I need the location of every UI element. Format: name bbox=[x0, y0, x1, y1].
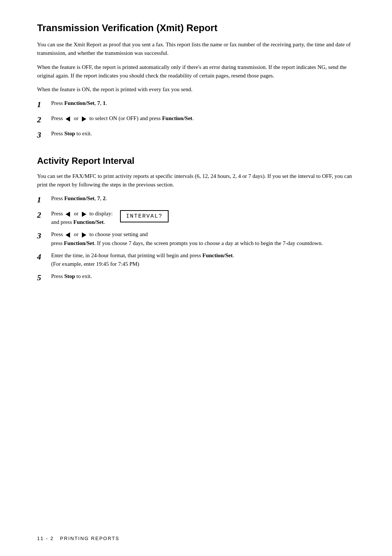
s2-step3-arrow-left-icon bbox=[65, 232, 72, 238]
arrow-right-icon bbox=[80, 116, 87, 122]
s2-step-number-1: 1 bbox=[37, 194, 51, 206]
section2-step5: 5 Press Stop to exit. bbox=[37, 272, 355, 284]
section2-step1: 1 Press Function/Set, 7, 2. bbox=[37, 194, 355, 206]
section1-step3: 3 Press Stop to exit. bbox=[37, 129, 355, 141]
s2-lcd-display: INTERVAL? bbox=[113, 210, 169, 222]
section2-steps: 1 Press Function/Set, 7, 2. 2 Press or t… bbox=[37, 194, 355, 284]
s2-step-number-3: 3 bbox=[37, 230, 51, 242]
arrow-left-icon bbox=[65, 116, 72, 122]
s2-step3-content: Press or to choose your setting and pres… bbox=[51, 230, 355, 248]
section2-title: Activity Report Interval bbox=[37, 156, 355, 166]
section1-para1: You can use the Xmit Report as proof tha… bbox=[37, 40, 355, 58]
lcd-interval: INTERVAL? bbox=[120, 210, 169, 222]
step1-function-set: Function/Set bbox=[64, 100, 94, 106]
step1-content: Press Function/Set, 7, 1. bbox=[51, 99, 355, 107]
s2-arrow-left-icon bbox=[65, 211, 72, 217]
step3-stop: Stop bbox=[64, 130, 75, 136]
s2-step2-function-set: Function/Set bbox=[73, 219, 104, 225]
section1-step2: 2 Press or to select ON (or OFF) and pre… bbox=[37, 114, 355, 126]
s2-step4-function-set: Function/Set bbox=[202, 252, 233, 258]
section1-title: Transmission Verification (Xmit) Report bbox=[37, 22, 355, 34]
s2-step-number-5: 5 bbox=[37, 272, 51, 284]
step-number-1: 1 bbox=[37, 99, 51, 110]
s2-step1-function-set: Function/Set bbox=[64, 195, 94, 201]
section2-step4: 4 Enter the time, in 24-hour format, tha… bbox=[37, 251, 355, 269]
s2-step-number-4: 4 bbox=[37, 251, 51, 263]
s2-step1-7: 7 bbox=[97, 195, 100, 201]
section2-para: You can set the FAX/MFC to print activit… bbox=[37, 172, 355, 189]
step3-content: Press Stop to exit. bbox=[51, 129, 355, 138]
section1-step1: 1 Press Function/Set, 7, 1. bbox=[37, 99, 355, 110]
section1-steps: 1 Press Function/Set, 7, 1. 2 Press or t… bbox=[37, 99, 355, 140]
step1-1: 1 bbox=[103, 100, 106, 106]
s2-step3-function-set: Function/Set bbox=[64, 240, 94, 246]
footer-chapter-title: PRINTING REPORTS bbox=[60, 536, 119, 541]
section1-para2: When the feature is OFF, the report is p… bbox=[37, 63, 355, 80]
section2-step2: 2 Press or to display: and press Functio… bbox=[37, 209, 355, 227]
s2-step5-stop: Stop bbox=[64, 273, 75, 279]
s2-step1-2: 2 bbox=[103, 195, 106, 201]
page: Transmission Verification (Xmit) Report … bbox=[0, 0, 392, 556]
s2-step3-arrow-right-icon bbox=[80, 232, 87, 238]
s2-step-number-2: 2 bbox=[37, 209, 51, 221]
page-footer: 11 - 2 PRINTING REPORTS bbox=[37, 536, 119, 541]
section1-para3: When the feature is ON, the report is pr… bbox=[37, 85, 355, 94]
s2-arrow-right-icon bbox=[80, 211, 87, 217]
step2-content: Press or to select ON (or OFF) and press… bbox=[51, 114, 355, 123]
step1-7: 7 bbox=[97, 100, 100, 106]
s2-step2-row: Press or to display: and press Function/… bbox=[51, 209, 355, 227]
s2-step4-content: Enter the time, in 24-hour format, that … bbox=[51, 251, 355, 269]
step-number-3: 3 bbox=[37, 129, 51, 141]
s2-step2-text: Press or to display: and press Function/… bbox=[51, 209, 113, 227]
s2-step1-content: Press Function/Set, 7, 2. bbox=[51, 194, 355, 203]
footer-page-number: 11 - 2 bbox=[37, 536, 54, 541]
step-number-2: 2 bbox=[37, 114, 51, 126]
step2-function-set: Function/Set bbox=[162, 115, 192, 121]
s2-step2-content: Press or to display: and press Function/… bbox=[51, 209, 355, 227]
section2-step3: 3 Press or to choose your setting and pr… bbox=[37, 230, 355, 248]
s2-step5-content: Press Stop to exit. bbox=[51, 272, 355, 281]
